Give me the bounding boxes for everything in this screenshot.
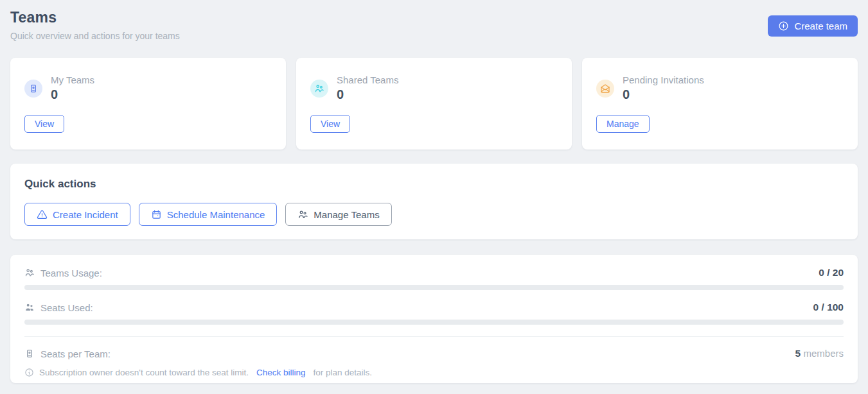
- stat-cards-row: My Teams 0 View Shared Teams 0 View: [10, 58, 858, 150]
- teams-usage-row: Teams Usage: 0 / 20: [24, 267, 844, 278]
- seats-per-team-label: Seats per Team:: [40, 348, 111, 359]
- users-group-icon: [297, 209, 308, 220]
- stat-label: Shared Teams: [337, 74, 398, 85]
- schedule-maintenance-button[interactable]: Schedule Maintenance: [139, 203, 278, 226]
- mail-opened-icon: [596, 80, 614, 98]
- shared-teams-view-button[interactable]: View: [310, 115, 350, 133]
- quick-actions-title: Quick actions: [24, 178, 844, 191]
- teams-page: Teams Quick overview and actions for you…: [0, 0, 868, 383]
- stat-value: 0: [337, 87, 398, 102]
- page-title: Teams: [10, 9, 180, 26]
- users-group-icon: [310, 80, 328, 98]
- stat-value: 0: [51, 87, 94, 102]
- seats-used-row: Seats Used: 0 / 100: [24, 302, 844, 313]
- seats-per-team-value: 5 members: [795, 348, 844, 359]
- check-billing-link[interactable]: Check billing: [256, 368, 306, 377]
- teams-usage-label: Teams Usage:: [40, 268, 102, 278]
- page-header-text: Teams Quick overview and actions for you…: [10, 9, 180, 41]
- pending-invitations-card: Pending Invitations 0 Manage: [582, 58, 858, 150]
- plus-circle-icon: [778, 21, 789, 31]
- warning-triangle-icon: [37, 209, 48, 220]
- id-badge-icon: [24, 348, 35, 359]
- my-teams-view-button[interactable]: View: [24, 115, 64, 133]
- create-incident-button[interactable]: Create Incident: [24, 203, 130, 226]
- quick-actions-buttons: Create Incident Schedule Maintenance Man…: [24, 203, 844, 226]
- usage-divider: [24, 336, 844, 337]
- manage-teams-label: Manage Teams: [314, 209, 379, 220]
- users-group-icon: [24, 268, 35, 278]
- page-subtitle: Quick overview and actions for your team…: [10, 31, 180, 41]
- manage-teams-button[interactable]: Manage Teams: [285, 203, 391, 226]
- stat-label: My Teams: [51, 74, 94, 85]
- stat-value: 0: [623, 87, 704, 102]
- calendar-icon: [151, 209, 162, 220]
- note-text: Subscription owner doesn't count toward …: [39, 368, 249, 377]
- create-team-label: Create team: [794, 21, 847, 31]
- shared-teams-card: Shared Teams 0 View: [296, 58, 572, 150]
- stat-label: Pending Invitations: [623, 74, 704, 85]
- schedule-maintenance-label: Schedule Maintenance: [167, 209, 265, 220]
- info-icon: [24, 368, 34, 377]
- id-badge-icon: [24, 80, 42, 98]
- pending-invitations-manage-button[interactable]: Manage: [596, 115, 650, 133]
- note-suffix: for plan details.: [314, 368, 373, 377]
- users-filled-icon: [24, 302, 35, 313]
- my-teams-card: My Teams 0 View: [10, 58, 286, 150]
- teams-usage-value: 0 / 20: [819, 267, 844, 278]
- teams-usage-progress-bar: [24, 285, 844, 290]
- seats-used-label: Seats Used:: [40, 302, 93, 313]
- usage-panel: Teams Usage: 0 / 20 Seats Used: 0 / 100: [10, 255, 858, 383]
- create-team-button[interactable]: Create team: [768, 15, 858, 37]
- seats-per-team-row: Seats per Team: 5 members: [24, 348, 844, 359]
- seats-used-progress-bar: [24, 320, 844, 325]
- create-incident-label: Create Incident: [53, 209, 118, 220]
- page-header: Teams Quick overview and actions for you…: [10, 9, 858, 41]
- seats-used-value: 0 / 100: [813, 302, 844, 313]
- seat-limit-note: Subscription owner doesn't count toward …: [24, 368, 844, 377]
- quick-actions-panel: Quick actions Create Incident Schedule M…: [10, 164, 858, 239]
